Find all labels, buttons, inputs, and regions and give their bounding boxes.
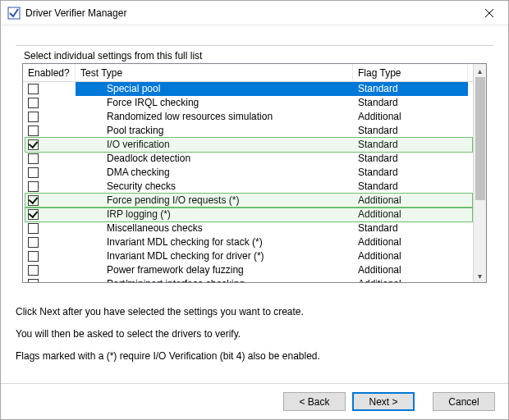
row-checkbox[interactable] (28, 84, 39, 94)
row-test-type: Special pool (76, 82, 353, 96)
row-test-type: Miscellaneous checks (76, 221, 353, 235)
row-checkbox[interactable] (28, 265, 39, 276)
table-row[interactable]: I/O verificationStandard (23, 138, 486, 152)
instruction-line-1: Click Next after you have selected the s… (16, 303, 493, 322)
table-row[interactable]: Invariant MDL checking for driver (*)Add… (23, 249, 486, 263)
row-checkbox-cell (23, 82, 76, 96)
window-frame: Driver Verifier Manager Select individua… (0, 0, 509, 420)
titlebar: Driver Verifier Manager (1, 1, 508, 25)
row-checkbox-cell (23, 110, 76, 124)
row-test-type: I/O verification (76, 138, 353, 152)
row-flag-type: Standard (353, 82, 468, 96)
row-flag-type: Additional (353, 249, 468, 263)
table-row[interactable]: Port/miniport interface checkingAddition… (23, 277, 486, 282)
row-checkbox-cell (23, 194, 76, 208)
row-checkbox[interactable] (28, 237, 39, 248)
row-checkbox[interactable] (28, 112, 39, 122)
row-flag-type: Additional (353, 263, 468, 277)
button-bar: < Back Next > Cancel (1, 383, 508, 419)
settings-listview[interactable]: Enabled? Test Type Flag Type Special poo… (22, 63, 487, 283)
next-button[interactable]: Next > (352, 392, 415, 411)
table-row[interactable]: Deadlock detectionStandard (23, 152, 486, 166)
scroll-up-arrow-icon[interactable]: ▴ (474, 64, 486, 77)
row-flag-type: Additional (353, 194, 468, 208)
window-title: Driver Verifier Manager (25, 7, 470, 19)
row-checkbox[interactable] (28, 153, 39, 164)
row-checkbox[interactable] (28, 181, 39, 192)
row-checkbox-cell (23, 166, 76, 180)
row-test-type: Deadlock detection (76, 152, 353, 166)
table-row[interactable]: Special poolStandard (23, 82, 486, 96)
header-flag-type[interactable]: Flag Type (353, 64, 468, 81)
row-checkbox[interactable] (28, 279, 39, 282)
row-flag-type: Additional (353, 277, 468, 282)
row-flag-type: Standard (353, 221, 468, 235)
cancel-button[interactable]: Cancel (433, 392, 495, 411)
group-label: Select individual settings from this ful… (21, 50, 205, 62)
table-row[interactable]: Miscellaneous checksStandard (23, 221, 486, 235)
table-row[interactable]: DMA checkingStandard (23, 166, 486, 180)
row-checkbox-cell (23, 96, 76, 110)
scroll-down-arrow-icon[interactable]: ▾ (474, 269, 486, 282)
row-checkbox-cell (23, 124, 76, 138)
row-flag-type: Standard (353, 124, 468, 138)
table-row[interactable]: Force pending I/O requests (*)Additional (23, 194, 486, 208)
row-checkbox-cell (23, 152, 76, 166)
table-row[interactable]: Randomized low resources simulationAddit… (23, 110, 486, 124)
row-checkbox-cell (23, 138, 76, 152)
row-checkbox[interactable] (28, 251, 39, 262)
close-button[interactable] (470, 1, 508, 25)
table-row[interactable]: Pool trackingStandard (23, 124, 486, 138)
row-checkbox-cell (23, 277, 76, 282)
row-flag-type: Standard (353, 180, 468, 194)
row-test-type: Power framework delay fuzzing (76, 263, 353, 277)
row-test-type: Port/miniport interface checking (76, 277, 353, 282)
list-header: Enabled? Test Type Flag Type (23, 64, 486, 82)
content-area: Select individual settings from this ful… (1, 25, 508, 383)
row-checkbox-cell (23, 263, 76, 277)
row-checkbox-cell (23, 235, 76, 249)
row-checkbox-cell (23, 249, 76, 263)
instruction-line-2: You will then be asked to select the dri… (16, 325, 493, 344)
instruction-text: Click Next after you have selected the s… (16, 303, 493, 368)
row-test-type: Force IRQL checking (76, 96, 353, 110)
table-row[interactable]: IRP logging (*)Additional (23, 208, 486, 221)
row-flag-type: Additional (353, 110, 468, 124)
header-enabled[interactable]: Enabled? (23, 64, 76, 81)
row-checkbox-cell (23, 180, 76, 194)
header-test-type[interactable]: Test Type (76, 64, 353, 81)
table-row[interactable]: Invariant MDL checking for stack (*)Addi… (23, 235, 486, 249)
row-checkbox[interactable] (28, 98, 39, 108)
scroll-thumb[interactable] (475, 77, 485, 200)
instruction-line-3: Flags marked with a (*) require I/O Veri… (16, 347, 493, 366)
row-checkbox[interactable] (28, 139, 39, 150)
row-flag-type: Standard (353, 152, 468, 166)
row-test-type: Invariant MDL checking for driver (*) (76, 249, 353, 263)
row-test-type: Invariant MDL checking for stack (*) (76, 235, 353, 249)
list-body: Special poolStandardForce IRQL checkingS… (23, 82, 486, 282)
close-icon (485, 9, 493, 17)
table-row[interactable]: Security checksStandard (23, 180, 486, 194)
row-checkbox[interactable] (28, 126, 39, 136)
row-checkbox[interactable] (28, 209, 39, 220)
row-test-type: DMA checking (76, 166, 353, 180)
back-button[interactable]: < Back (283, 392, 346, 411)
row-test-type: Randomized low resources simulation (76, 110, 353, 124)
settings-group: Select individual settings from this ful… (16, 40, 493, 290)
row-checkbox[interactable] (28, 223, 39, 234)
row-flag-type: Additional (353, 235, 468, 249)
row-flag-type: Standard (353, 96, 468, 110)
row-checkbox[interactable] (28, 195, 39, 206)
table-row[interactable]: Force IRQL checkingStandard (23, 96, 486, 110)
vertical-scrollbar[interactable]: ▴ ▾ (473, 64, 486, 282)
table-row[interactable]: Power framework delay fuzzingAdditional (23, 263, 486, 277)
row-flag-type: Additional (353, 208, 468, 221)
row-checkbox-cell (23, 221, 76, 235)
row-test-type: IRP logging (*) (76, 208, 353, 221)
app-icon (7, 7, 21, 20)
row-flag-type: Standard (353, 166, 468, 180)
row-flag-type: Standard (353, 138, 468, 152)
row-test-type: Force pending I/O requests (*) (76, 194, 353, 208)
row-checkbox[interactable] (28, 167, 39, 178)
row-checkbox-cell (23, 208, 76, 221)
